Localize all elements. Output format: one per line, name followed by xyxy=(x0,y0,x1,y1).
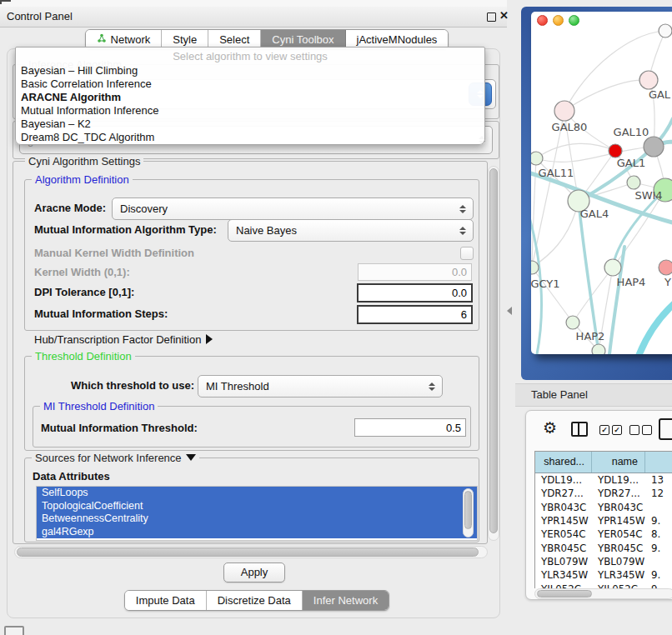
close-icon[interactable]: ✕ xyxy=(499,9,509,22)
table-panel-title: Table Panel xyxy=(531,388,588,401)
table-horizontal-scrollbar[interactable] xyxy=(534,588,672,599)
table-column-header[interactable] xyxy=(645,452,672,472)
control-panel-title: Control Panel xyxy=(7,10,73,22)
kernel-width-label: Kernel Width (0,1): xyxy=(34,265,130,280)
table-row[interactable]: YBL079WYBL079W xyxy=(535,555,672,568)
float-window-icon[interactable] xyxy=(487,12,496,22)
mi-type-combo[interactable]: Naive Bayes xyxy=(228,219,474,242)
network-node-label: GAL11 xyxy=(539,167,574,179)
network-node-label: HAP4 xyxy=(617,276,646,288)
settings-vertical-scrollbar[interactable] xyxy=(488,166,499,541)
algorithm-option-bayesian-hill-climbing[interactable]: Bayesian – Hill Climbing xyxy=(16,64,484,78)
network-window-frame[interactable]: GALGAL80GAL10GAL11GAL1SWI4GAL4GCY1HAP4YH… xyxy=(521,7,672,380)
gear-icon[interactable]: ⚙ xyxy=(543,420,557,437)
dpi-tolerance-field[interactable] xyxy=(357,283,473,302)
algorithm-option-dream8-dc-tdc-algorithm[interactable]: Dream8 DC_TDC Algorithm xyxy=(16,131,484,144)
table-row[interactable]: YDL19...YDL19...13 xyxy=(535,473,672,487)
network-node-hap4[interactable] xyxy=(604,259,621,276)
algorithm-option-bayesian-k2[interactable]: Bayesian – K2 xyxy=(16,118,484,131)
panel-divider-arrow[interactable] xyxy=(507,307,512,315)
table-row[interactable]: YDR27...YDR27...12 xyxy=(535,487,672,500)
data-attributes-list[interactable]: SelfLoopsTopologicalCoefficientBetweenne… xyxy=(36,486,478,541)
table-row[interactable]: YLR345WYLR345W9. xyxy=(535,568,672,582)
sources-group-title[interactable]: Sources for Network Inference xyxy=(32,452,199,464)
tab-impute-data[interactable]: Impute Data xyxy=(125,591,207,610)
window-top-strip xyxy=(0,0,507,7)
split-pane-icon[interactable] xyxy=(571,422,588,437)
network-node-label: GAL10 xyxy=(614,126,649,138)
network-node[interactable] xyxy=(592,344,605,354)
table-cell: YIL052C xyxy=(535,582,592,588)
network-node-y[interactable] xyxy=(659,260,672,275)
network-node-gcy1[interactable] xyxy=(531,261,539,274)
window-corner-mark xyxy=(0,0,2,4)
combo-spinner-icon xyxy=(456,205,469,213)
table-cell: YPR145W xyxy=(592,514,645,528)
attribute-item-betweennesscentrality[interactable]: BetweennessCentrality xyxy=(37,512,477,526)
table-cell: YBL079W xyxy=(592,555,645,568)
table-column-header[interactable]: name xyxy=(592,452,645,472)
table-row[interactable]: YBR045CYBR045C9. xyxy=(535,542,672,555)
network-node-gal11[interactable] xyxy=(531,152,543,165)
table-row[interactable]: YPR145WYPR145W9. xyxy=(535,514,672,528)
network-node-gal[interactable] xyxy=(639,71,658,89)
zoom-traffic-light-icon[interactable] xyxy=(569,15,579,26)
tab-discretize-data[interactable]: Discretize Data xyxy=(207,591,303,610)
network-node-gal1[interactable] xyxy=(627,176,640,189)
settings-horizontal-scrollbar[interactable] xyxy=(14,546,488,558)
network-node-label: GAL80 xyxy=(552,121,588,133)
bottom-tab-bar: Impute DataDiscretize DataInfer Network xyxy=(0,590,514,611)
table-cell: YBR045C xyxy=(592,542,645,555)
hub-definition-toggle[interactable]: Hub/Transcription Factor Definition xyxy=(34,332,213,348)
apply-button[interactable]: Apply xyxy=(223,562,285,582)
algorithm-option-mutual-information-inference[interactable]: Mutual Information Inference xyxy=(16,104,484,118)
network-node-label: GCY1 xyxy=(531,278,560,290)
network-node-label: SWI4 xyxy=(634,189,662,202)
table-row[interactable]: YBR043CYBR043C xyxy=(535,501,672,514)
attribute-item-topologicalcoefficient[interactable]: TopologicalCoefficient xyxy=(37,500,477,513)
select-all-icon[interactable]: ✓✓ xyxy=(599,425,622,435)
tab-infer-network[interactable]: Infer Network xyxy=(303,591,389,610)
network-node-gal80[interactable] xyxy=(554,101,574,121)
kernel-width-field[interactable] xyxy=(358,263,472,281)
aracne-mode-combo[interactable]: Discovery xyxy=(112,198,474,220)
table-cell: YLR345W xyxy=(592,568,645,582)
node-table-body: YDL19...YDL19...13YDR27...YDR27...12YBR0… xyxy=(535,473,672,588)
algorithm-option-basic-correlation-inference[interactable]: Basic Correlation Inference xyxy=(16,78,484,91)
aracne-mode-label: Aracne Mode: xyxy=(34,201,106,216)
threshold-definition-title: Threshold Definition xyxy=(32,351,135,362)
network-canvas[interactable]: GALGAL80GAL10GAL11GAL1SWI4GAL4GCY1HAP4YH… xyxy=(531,12,672,354)
table-column-header[interactable]: shared... xyxy=(535,452,592,472)
table-cell: 12 xyxy=(645,487,672,500)
network-window[interactable]: GALGAL80GAL10GAL11GAL1SWI4GAL4GCY1HAP4YH… xyxy=(531,12,672,354)
attribute-item-selfloops[interactable]: SelfLoops xyxy=(37,487,477,500)
table-row[interactable]: YER054CYER054C8. xyxy=(535,528,672,541)
bottom-left-partial-icon[interactable] xyxy=(4,626,24,635)
which-threshold-combo[interactable]: MI Threshold xyxy=(198,375,443,398)
network-node[interactable] xyxy=(644,137,664,157)
network-node[interactable] xyxy=(659,24,672,38)
mi-type-label: Mutual Information Algorithm Type: xyxy=(34,222,217,238)
chevron-right-icon xyxy=(206,334,213,344)
minimize-traffic-light-icon[interactable] xyxy=(553,15,564,26)
deselect-all-icon[interactable] xyxy=(629,425,652,435)
table-cell: 9. xyxy=(645,542,672,555)
table-row[interactable]: YIL052CYIL052C9. xyxy=(535,582,672,588)
network-node-gal10[interactable] xyxy=(609,144,622,158)
table-panel-header: Table Panel xyxy=(515,383,672,407)
node-table[interactable]: shared...name YDL19...YDL19...13YDR27...… xyxy=(534,451,672,588)
mi-threshold-field[interactable] xyxy=(354,418,466,437)
mi-threshold-group-title: MI Threshold Definition xyxy=(40,401,158,412)
network-node-label: Y xyxy=(664,276,671,288)
close-traffic-light-icon[interactable] xyxy=(537,15,548,26)
attributes-list-scrollbar[interactable] xyxy=(463,488,474,538)
attribute-item-gal4rgexp[interactable]: gal4RGexp xyxy=(37,526,477,539)
combo-spinner-icon xyxy=(425,382,439,391)
function-builder-icon[interactable] xyxy=(659,418,672,440)
network-node-hap2[interactable] xyxy=(566,316,579,329)
which-threshold-label: Which threshold to use: xyxy=(71,378,194,393)
table-cell xyxy=(645,555,672,568)
manual-kernel-checkbox[interactable] xyxy=(460,247,474,260)
algorithm-option-aracne-algorithm[interactable]: ARACNE Algorithm xyxy=(16,91,484,104)
mi-steps-field[interactable] xyxy=(357,305,473,324)
